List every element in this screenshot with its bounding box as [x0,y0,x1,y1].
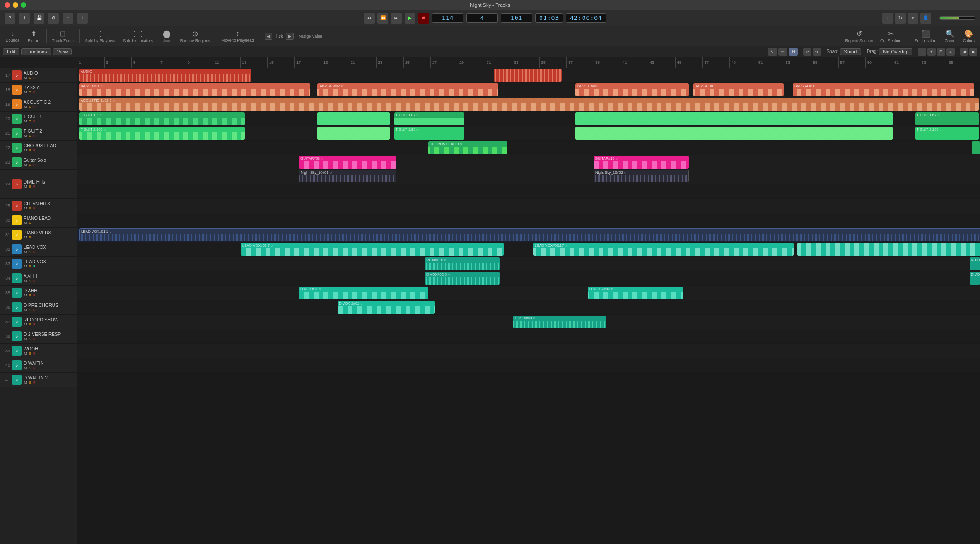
rec-25[interactable]: R [33,206,36,210]
zoom-tool[interactable]: 🔍 Zoom [942,29,958,44]
solo-33[interactable]: S [29,264,32,268]
solo-18[interactable]: S [29,90,32,94]
help-button[interactable]: ? [5,13,15,24]
region-guitar-solo-2[interactable]: GUITAR#10 ○ [594,156,689,169]
track-icon-18[interactable]: ♪ [12,85,22,95]
cut-section-tool[interactable]: ✂ Cut Section [878,29,904,44]
scroll-left[interactable]: ◀ [960,48,968,56]
colors-tool[interactable]: 🎨 Colors [960,29,977,44]
region-aahh-1[interactable]: VOX#01.8 ○ [425,257,500,270]
mute-17[interactable]: M [24,76,28,80]
solo-22[interactable]: S [29,148,32,152]
rec-17[interactable]: R [33,76,36,80]
arrow-tool[interactable]: ↖ [768,48,777,56]
scroll-right[interactable]: ▶ [969,48,977,56]
region-17-2[interactable] [494,69,562,82]
save-button[interactable]: 💾 [34,13,44,24]
mute-30[interactable]: M [24,221,28,225]
region-bass-5[interactable]: BASS AD#01 [793,83,974,96]
track-icon-19[interactable]: ♪ [12,99,22,109]
track-lane-30[interactable] [77,199,980,213]
mute-34[interactable]: M [24,279,28,283]
region-bass-4[interactable]: BASS AC#01 [693,83,784,96]
solo-31[interactable]: S [29,235,32,239]
zoom-fit-btn[interactable]: ⊞ [937,48,945,56]
track-lane-39[interactable] [77,329,980,344]
solo-41[interactable]: S [29,380,32,384]
solo-23[interactable]: S [29,163,32,167]
bpm-display[interactable]: 114 [432,13,463,23]
region-leadvox2-3[interactable] [797,243,980,256]
region-dprechorus-2[interactable]: D VOX 2#02 ○ [588,287,683,299]
join-tool[interactable]: ⬤ Join [157,29,177,44]
track-lane-41[interactable] [77,358,980,373]
region-nightsky-2[interactable]: Night Sky_10#02 ○ [594,170,689,182]
mute-25[interactable]: M [24,206,28,210]
sync-btn[interactable]: ≈ [908,13,918,24]
rec-40[interactable]: R [33,366,36,370]
region-leadvox2-2[interactable]: LEAD VOX#03.17 ○ [533,243,794,256]
zoom-out-btn[interactable]: - [918,48,926,56]
region-dahh-1[interactable]: D VOX#02.6 ○ [425,272,500,285]
solo-37[interactable]: S [29,322,32,326]
pencil-tool[interactable]: ✏ [778,48,787,56]
track-lane-22[interactable]: CHORUS LEAD 3 ○ [77,141,980,155]
tick-next-btn[interactable]: ▶ [286,33,294,40]
region-tguit2-5[interactable]: T GUIT 2.165 ○ [915,127,979,140]
region-guitar-solo-1[interactable]: GUITAR#08 ○ [299,156,396,169]
track-icon-35[interactable]: ♪ [12,288,22,298]
track-icon-22[interactable]: ♪ [12,143,22,153]
rec-36[interactable]: R [33,308,36,312]
track-lane-32[interactable]: LEAD VOX#01.1 ○ [77,228,980,242]
solo-36[interactable]: S [29,308,32,312]
mute-23[interactable]: M [24,163,28,167]
solo-17[interactable]: S [29,76,32,80]
region-chorus-1[interactable]: CHORUS LEAD 3 ○ [428,141,507,154]
region-tguit1-1[interactable]: T GUIT 1.3 ○ [79,112,245,125]
track-lane-19[interactable]: ACOUSTIC 2#02.2 ○ [77,97,980,112]
mute-32[interactable]: M [24,250,28,254]
solo-38[interactable]: S [29,337,32,341]
region-aahh-2[interactable]: VOX#01.7 [970,257,980,270]
rec-20[interactable]: R [33,119,36,123]
move-playhead-tool[interactable]: ↕ Move to Playhead [219,29,257,44]
region-tguit1-5[interactable]: T GUIT 1.67 ○ [915,112,979,125]
rec-18[interactable]: R [33,90,36,94]
mute-39[interactable]: M [24,351,28,355]
tick-prev-btn[interactable]: ◀ [265,33,272,40]
track-lane-38[interactable]: D VOX#03 ○ [77,315,980,329]
rec-21[interactable]: R [33,134,36,138]
track-lane-36[interactable]: D VOX#01 ○ D VOX 2#02 ○ [77,286,980,300]
region-nightsky-1[interactable]: Night Sky_10#01 ○ [299,170,396,182]
track-icon-21[interactable]: ♪ [12,128,22,138]
solo-34[interactable]: S [29,279,32,283]
track-content[interactable]: 1 3 5 7 9 11 13 15 17 19 21 23 25 27 29 … [77,57,980,544]
cpu-button[interactable]: ≡ [63,13,73,24]
nudge-tool[interactable]: Nudge Value [296,33,325,39]
rec-34[interactable]: R [33,279,36,283]
region-tguit1-3[interactable]: T GUIT 1.87 ○ [394,112,464,125]
solo-21[interactable]: S [29,134,32,138]
mute-24[interactable]: M [24,185,28,189]
track-icon-40[interactable]: ♪ [12,360,22,370]
split-playhead-tool[interactable]: ⋮ Split by Playhead [82,29,120,44]
solo-30[interactable]: S [29,221,32,225]
beat-display[interactable]: 4 [466,13,498,23]
track-icon-17[interactable]: ♪ [12,70,22,80]
track-icon-25[interactable]: ♪ [12,201,22,211]
track-icon-24[interactable]: ♪ [12,179,22,189]
track-icon-23[interactable]: ♪ [12,157,22,167]
region-tguit2-4[interactable] [575,127,893,140]
export-tool[interactable]: ⬆ Export [24,29,43,44]
mute-31[interactable]: M [24,235,28,239]
frames-display[interactable]: 42:00:04 [566,13,606,23]
time-display[interactable]: 01:03 [535,13,563,23]
track-icon-31[interactable]: ♪ [12,230,22,240]
bounce-regions-tool[interactable]: ⊕ Bounce Regions [178,29,213,44]
mute-33[interactable]: M [24,264,28,268]
track-lane-40[interactable] [77,344,980,358]
track-lane-35[interactable]: D VOX#02.6 ○ D VOX#02.7 [77,271,980,286]
mute-37[interactable]: M [24,322,28,326]
mute-19[interactable]: M [24,105,28,109]
loop-btn[interactable]: ↻ [895,13,906,24]
